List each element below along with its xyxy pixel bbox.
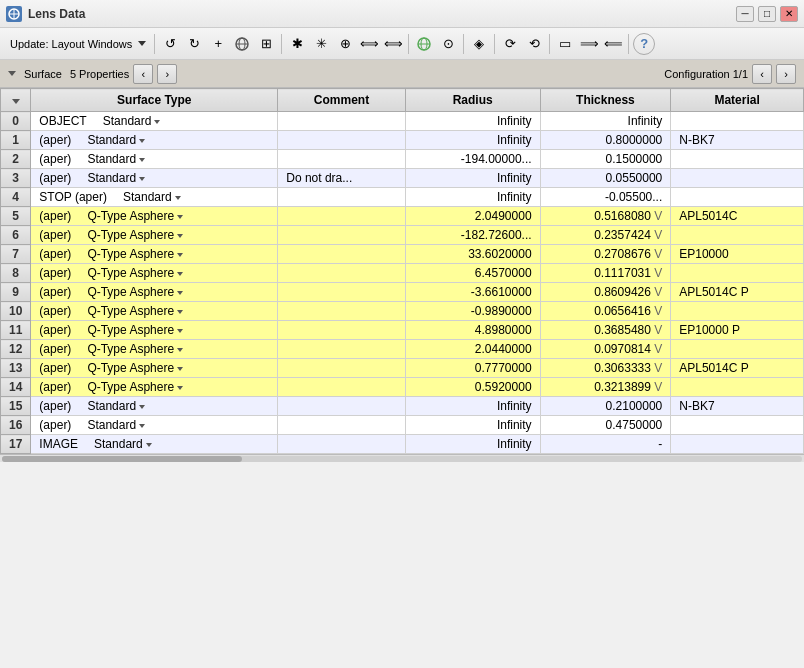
table-row[interactable]: 8(aper)Q-Type Asphere6.45700000.1117031 … [1, 264, 804, 283]
cell-comment[interactable] [278, 245, 406, 264]
type-dropdown-icon[interactable] [146, 443, 152, 447]
cell-thickness[interactable]: 0.2357424 V [540, 226, 671, 245]
cell-thickness[interactable]: 0.4750000 [540, 416, 671, 435]
cell-radius[interactable]: 2.0440000 [405, 340, 540, 359]
cell-comment[interactable] [278, 340, 406, 359]
table-row[interactable]: 0OBJECTStandardInfinityInfinity [1, 112, 804, 131]
cell-thickness[interactable]: 0.2708676 V [540, 245, 671, 264]
cell-surface-type[interactable]: (aper)Standard [31, 416, 278, 435]
add-surface-icon[interactable]: + [207, 33, 229, 55]
type-dropdown-icon[interactable] [139, 158, 145, 162]
arrow-prev-icon[interactable]: ⟸ [602, 33, 624, 55]
cell-thickness[interactable]: 0.0970814 V [540, 340, 671, 359]
table-row[interactable]: 2(aper)Standard-194.00000...0.1500000 [1, 150, 804, 169]
table-row[interactable]: 12(aper)Q-Type Asphere2.04400000.0970814… [1, 340, 804, 359]
cell-surface-type[interactable]: (aper)Q-Type Asphere [31, 340, 278, 359]
cell-radius[interactable]: 2.0490000 [405, 207, 540, 226]
cell-surface-type[interactable]: (aper)Q-Type Asphere [31, 302, 278, 321]
cell-comment[interactable] [278, 188, 406, 207]
config-prev-button[interactable]: ‹ [752, 64, 772, 84]
cell-comment[interactable]: Do not dra... [278, 169, 406, 188]
cell-radius[interactable]: Infinity [405, 131, 540, 150]
cell-surface-type[interactable]: (aper)Q-Type Asphere [31, 283, 278, 302]
asterisk-icon[interactable]: ✳ [310, 33, 332, 55]
cell-comment[interactable] [278, 416, 406, 435]
cell-thickness[interactable]: Infinity [540, 112, 671, 131]
cell-radius[interactable]: Infinity [405, 397, 540, 416]
cell-thickness[interactable]: 0.8609426 V [540, 283, 671, 302]
table-row[interactable]: 17IMAGEStandardInfinity- [1, 435, 804, 454]
cell-surface-type[interactable]: (aper)Q-Type Asphere [31, 207, 278, 226]
refresh-ccw-icon[interactable]: ↺ [159, 33, 181, 55]
cell-surface-type[interactable]: (aper)Q-Type Asphere [31, 264, 278, 283]
col-header-comment[interactable]: Comment [278, 89, 406, 112]
rect-icon[interactable]: ▭ [554, 33, 576, 55]
cell-radius[interactable]: -3.6610000 [405, 283, 540, 302]
type-dropdown-icon[interactable] [177, 386, 183, 390]
table-row[interactable]: 9(aper)Q-Type Asphere-3.66100000.8609426… [1, 283, 804, 302]
cell-thickness[interactable]: 0.2100000 [540, 397, 671, 416]
cell-radius[interactable]: 0.5920000 [405, 378, 540, 397]
cell-radius[interactable]: -182.72600... [405, 226, 540, 245]
type-dropdown-icon[interactable] [177, 310, 183, 314]
grid-icon[interactable]: ⊞ [255, 33, 277, 55]
type-dropdown-icon[interactable] [177, 234, 183, 238]
undo-icon[interactable]: ⟳ [499, 33, 521, 55]
cell-thickness[interactable]: 0.1117031 V [540, 264, 671, 283]
cell-radius[interactable]: Infinity [405, 416, 540, 435]
type-dropdown-icon[interactable] [139, 424, 145, 428]
table-row[interactable]: 4STOP (aper)StandardInfinity-0.05500... [1, 188, 804, 207]
cell-surface-type[interactable]: (aper)Standard [31, 169, 278, 188]
col-header-radius[interactable]: Radius [405, 89, 540, 112]
update-layout-button[interactable]: Update: Layout Windows [6, 36, 150, 52]
scrollbar-track[interactable] [2, 456, 802, 462]
cell-thickness[interactable]: 0.0656416 V [540, 302, 671, 321]
type-dropdown-icon[interactable] [177, 272, 183, 276]
cell-comment[interactable] [278, 207, 406, 226]
arrow-left-icon[interactable]: ⟺ [382, 33, 404, 55]
cell-comment[interactable] [278, 302, 406, 321]
cell-material[interactable]: EP10000 P [671, 321, 804, 340]
cell-radius[interactable]: Infinity [405, 169, 540, 188]
cell-comment[interactable] [278, 378, 406, 397]
table-row[interactable]: 7(aper)Q-Type Asphere33.60200000.2708676… [1, 245, 804, 264]
cell-radius[interactable]: -0.9890000 [405, 302, 540, 321]
cell-radius[interactable]: 6.4570000 [405, 264, 540, 283]
cell-material[interactable] [671, 435, 804, 454]
col-header-thickness[interactable]: Thickness [540, 89, 671, 112]
cell-comment[interactable] [278, 131, 406, 150]
cell-material[interactable]: APL5014C P [671, 283, 804, 302]
cell-material[interactable] [671, 340, 804, 359]
cell-surface-type[interactable]: (aper)Standard [31, 150, 278, 169]
type-dropdown-icon[interactable] [139, 139, 145, 143]
cell-comment[interactable] [278, 321, 406, 340]
cell-surface-type[interactable]: (aper)Q-Type Asphere [31, 226, 278, 245]
globe2-icon[interactable] [413, 33, 435, 55]
plus-circle-icon[interactable]: ⊕ [334, 33, 356, 55]
cell-surface-type[interactable]: (aper)Q-Type Asphere [31, 321, 278, 340]
cell-radius[interactable]: 4.8980000 [405, 321, 540, 340]
cell-thickness[interactable]: 0.3213899 V [540, 378, 671, 397]
type-dropdown-icon[interactable] [175, 196, 181, 200]
refresh-cw-icon[interactable]: ↻ [183, 33, 205, 55]
type-dropdown-icon[interactable] [139, 405, 145, 409]
cell-radius[interactable]: 0.7770000 [405, 359, 540, 378]
cell-surface-type[interactable]: OBJECTStandard [31, 112, 278, 131]
close-button[interactable]: ✕ [780, 6, 798, 22]
cell-thickness[interactable]: - [540, 435, 671, 454]
cell-comment[interactable] [278, 112, 406, 131]
type-dropdown-icon[interactable] [139, 177, 145, 181]
cell-surface-type[interactable]: STOP (aper)Standard [31, 188, 278, 207]
cell-comment[interactable] [278, 359, 406, 378]
cell-thickness[interactable]: 0.1500000 [540, 150, 671, 169]
cell-surface-type[interactable]: (aper)Q-Type Asphere [31, 359, 278, 378]
cell-material[interactable]: N-BK7 [671, 131, 804, 150]
help-icon[interactable]: ? [633, 33, 655, 55]
minimize-button[interactable]: ─ [736, 6, 754, 22]
type-dropdown-icon[interactable] [177, 348, 183, 352]
horizontal-scrollbar[interactable] [0, 454, 804, 462]
table-row[interactable]: 5(aper)Q-Type Asphere2.04900000.5168080 … [1, 207, 804, 226]
cell-thickness[interactable]: 0.5168080 V [540, 207, 671, 226]
type-dropdown-icon[interactable] [177, 253, 183, 257]
cell-material[interactable] [671, 226, 804, 245]
